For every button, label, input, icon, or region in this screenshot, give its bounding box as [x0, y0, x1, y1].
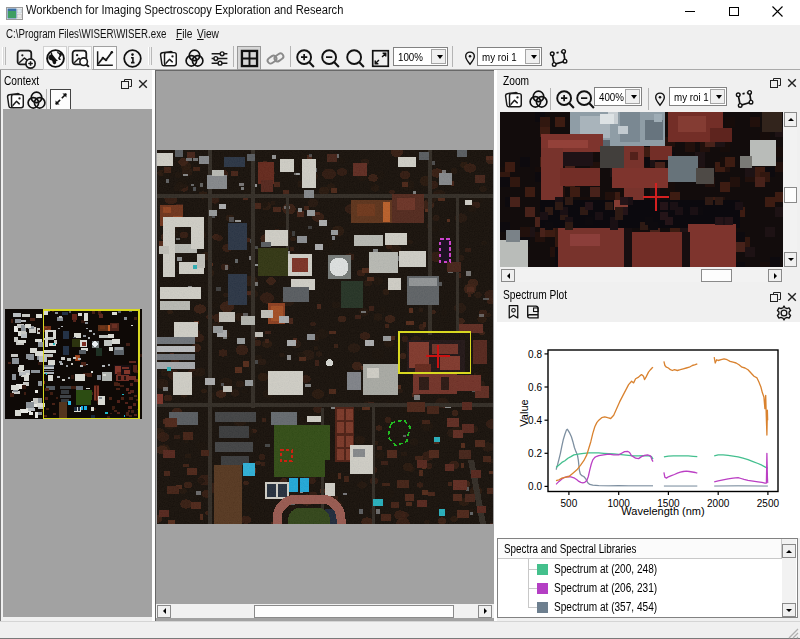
svg-text:0.4: 0.4 [528, 415, 542, 426]
svg-text:2500: 2500 [757, 498, 780, 509]
svg-text:0.0: 0.0 [528, 481, 542, 492]
svg-text:0.8: 0.8 [528, 349, 542, 360]
svg-text:0.2: 0.2 [528, 448, 542, 459]
svg-text:Wavelength (nm): Wavelength (nm) [621, 505, 704, 517]
svg-text:2000: 2000 [707, 498, 730, 509]
svg-text:500: 500 [561, 498, 578, 509]
svg-text:0.6: 0.6 [528, 382, 542, 393]
svg-text:Value: Value [518, 399, 530, 426]
